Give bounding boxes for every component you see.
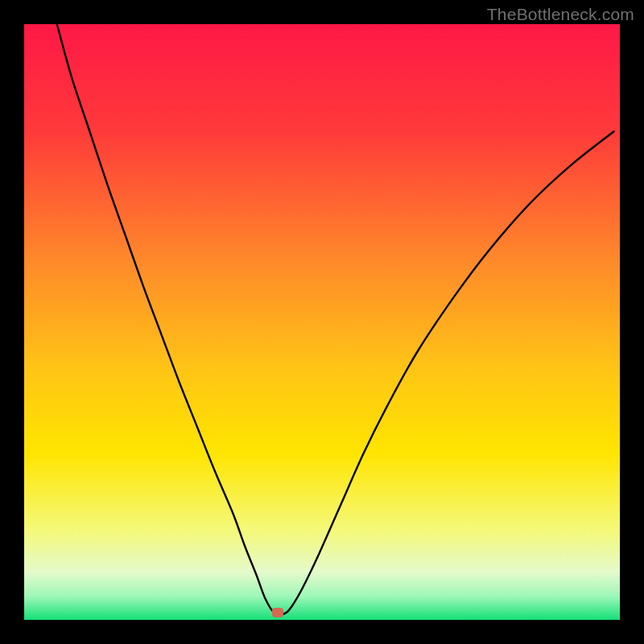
- optimum-marker: [272, 608, 283, 617]
- chart-frame: TheBottleneck.com: [0, 0, 644, 644]
- curve-layer: [24, 24, 620, 620]
- bottleneck-curve: [57, 24, 614, 615]
- plot-area: [24, 24, 620, 620]
- watermark-text: TheBottleneck.com: [487, 5, 634, 24]
